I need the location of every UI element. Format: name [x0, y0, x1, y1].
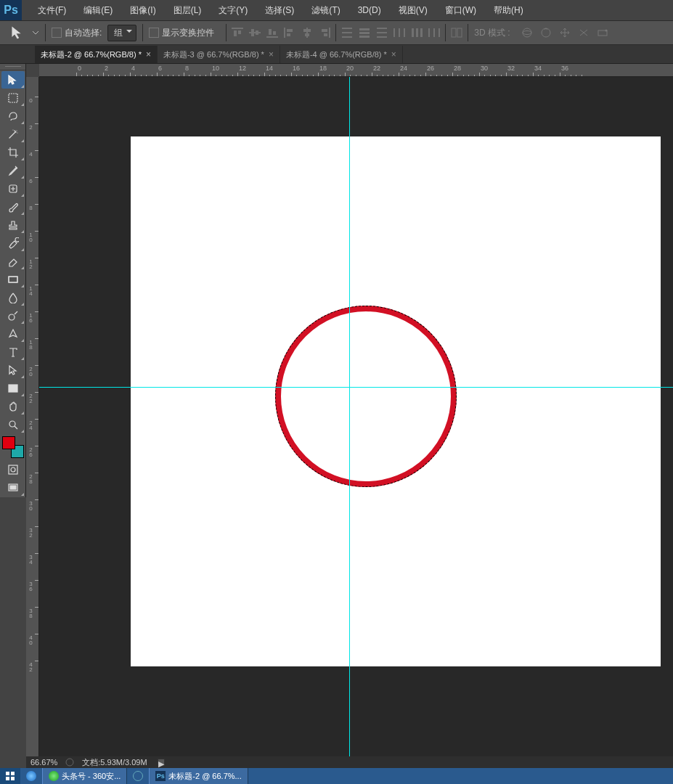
- auto-select-check[interactable]: 自动选择:: [52, 27, 102, 39]
- menu-文字[interactable]: 文字(Y): [210, 0, 256, 20]
- dodge-tool[interactable]: [1, 307, 25, 324]
- dist-vcenter-icon[interactable]: [358, 27, 371, 38]
- doc-size[interactable]: 文档:5.93M/3.09M: [82, 757, 147, 768]
- menu-编辑[interactable]: 编辑(E): [75, 0, 121, 20]
- heal-tool[interactable]: [1, 180, 25, 197]
- status-menu-icon[interactable]: ▶: [158, 759, 165, 766]
- orbit-icon[interactable]: [521, 27, 534, 38]
- stamp-tool[interactable]: [1, 216, 25, 234]
- guide-horizontal[interactable]: [39, 387, 673, 388]
- history-brush-tool[interactable]: [1, 234, 25, 252]
- start-button[interactable]: [0, 768, 20, 784]
- dist-left-icon[interactable]: [393, 27, 406, 38]
- align-vcenter-icon[interactable]: [248, 27, 261, 38]
- dist-top-icon[interactable]: [340, 27, 354, 38]
- lasso-tool[interactable]: [1, 107, 25, 125]
- canvas-area[interactable]: [39, 77, 673, 761]
- pan-icon[interactable]: [558, 27, 571, 38]
- tab-close-icon[interactable]: ×: [269, 49, 274, 60]
- preset-dropdown-icon[interactable]: [32, 29, 39, 36]
- eyedropper-tool[interactable]: [1, 162, 25, 179]
- taskbar-search[interactable]: [127, 768, 149, 784]
- foreground-color[interactable]: [2, 436, 15, 449]
- svg-point-51: [11, 467, 15, 472]
- menu-选择[interactable]: 选择(S): [256, 0, 303, 20]
- svg-rect-9: [284, 28, 285, 38]
- document-tab[interactable]: 未标题-3 @ 66.7%(RGB/8) *×: [158, 46, 280, 63]
- dist-hcenter-icon[interactable]: [410, 27, 423, 38]
- brush-tool[interactable]: [1, 198, 25, 216]
- app-logo[interactable]: Ps: [0, 0, 22, 20]
- document-tab[interactable]: 未标题-2 @ 66.7%(RGB/8) *×: [35, 46, 158, 63]
- wand-tool[interactable]: [1, 126, 25, 143]
- document-tab[interactable]: 未标题-4 @ 66.7%(RGB/8) *×: [280, 46, 403, 63]
- document-tabs: 未标题-2 @ 66.7%(RGB/8) *×未标题-3 @ 66.7%(RGB…: [0, 45, 673, 64]
- ruler-vertical[interactable]: 2024681012141618202224262830323436384042: [26, 77, 39, 761]
- screen-mode-icon[interactable]: [1, 479, 25, 497]
- tab-close-icon[interactable]: ×: [391, 49, 396, 60]
- menu-视图[interactable]: 视图(V): [390, 0, 436, 20]
- eraser-tool[interactable]: [1, 253, 25, 270]
- menu-滤镜[interactable]: 滤镜(T): [303, 0, 348, 20]
- toolbox: [0, 64, 26, 497]
- scale-icon[interactable]: [596, 27, 609, 38]
- guide-vertical[interactable]: [349, 77, 350, 761]
- align-left-icon[interactable]: [283, 27, 296, 38]
- taskbar-ie[interactable]: [20, 768, 42, 784]
- svg-rect-50: [9, 465, 17, 474]
- svg-rect-35: [439, 28, 440, 37]
- dist-right-icon[interactable]: [428, 27, 441, 38]
- path-select-tool[interactable]: [1, 362, 25, 379]
- tab-close-icon[interactable]: ×: [146, 49, 151, 60]
- hand-tool[interactable]: [1, 398, 25, 415]
- color-swatches[interactable]: [2, 436, 24, 458]
- svg-rect-21: [359, 28, 370, 30]
- align-hcenter-icon[interactable]: [301, 27, 314, 38]
- zoom-tool[interactable]: [1, 416, 25, 433]
- taskbar-app1[interactable]: 头条号 - 360安...: [42, 768, 127, 784]
- menu-窗口[interactable]: 窗口(W): [436, 0, 485, 20]
- taskbar-photoshop[interactable]: Ps未标题-2 @ 66.7%...: [149, 768, 248, 784]
- rect-marquee-tool[interactable]: [1, 89, 25, 107]
- toolbox-handle[interactable]: [0, 64, 25, 70]
- svg-rect-20: [342, 36, 352, 38]
- align-top-icon[interactable]: [231, 27, 244, 38]
- blur-tool[interactable]: [1, 289, 25, 306]
- svg-rect-36: [452, 28, 456, 37]
- align-right-icon[interactable]: [318, 27, 331, 38]
- menu-帮助[interactable]: 帮助(H): [485, 0, 532, 20]
- menu-图层[interactable]: 图层(L): [165, 0, 211, 20]
- show-transform-check[interactable]: 显示变换控件: [149, 27, 214, 39]
- zoom-level[interactable]: 66.67%: [30, 758, 57, 767]
- crop-tool[interactable]: [1, 144, 25, 161]
- move-tool[interactable]: [1, 71, 25, 89]
- menu-文件[interactable]: 文件(F): [29, 0, 75, 20]
- type-tool[interactable]: [1, 343, 25, 361]
- menu-3D[interactable]: 3D(D): [349, 0, 390, 20]
- svg-rect-56: [11, 772, 15, 775]
- align-bottom-icon[interactable]: [266, 27, 279, 38]
- svg-point-49: [9, 421, 15, 427]
- auto-select-dropdown[interactable]: 组: [107, 25, 136, 41]
- move-tool-icon[interactable]: [10, 26, 26, 39]
- roll-icon[interactable]: [539, 27, 552, 38]
- dist-bottom-icon[interactable]: [375, 27, 388, 38]
- svg-point-54: [66, 759, 73, 766]
- rectangle-tool[interactable]: [1, 380, 25, 397]
- svg-rect-37: [457, 28, 462, 37]
- slide-icon[interactable]: [577, 27, 590, 38]
- svg-rect-34: [433, 28, 435, 37]
- canvas[interactable]: [131, 136, 661, 666]
- auto-align-icon[interactable]: [450, 27, 463, 38]
- svg-point-47: [9, 314, 15, 320]
- svg-rect-31: [416, 28, 418, 37]
- status-icon[interactable]: [65, 758, 75, 767]
- quick-mask-icon[interactable]: [1, 461, 25, 478]
- ruler-horizontal[interactable]: 024681012141618202224262830323436: [39, 64, 673, 77]
- gradient-tool[interactable]: [1, 271, 25, 288]
- svg-point-39: [523, 31, 531, 35]
- menu-图像[interactable]: 图像(I): [121, 0, 164, 20]
- svg-rect-19: [342, 32, 352, 33]
- pen-tool[interactable]: [1, 325, 25, 343]
- svg-rect-27: [393, 28, 395, 37]
